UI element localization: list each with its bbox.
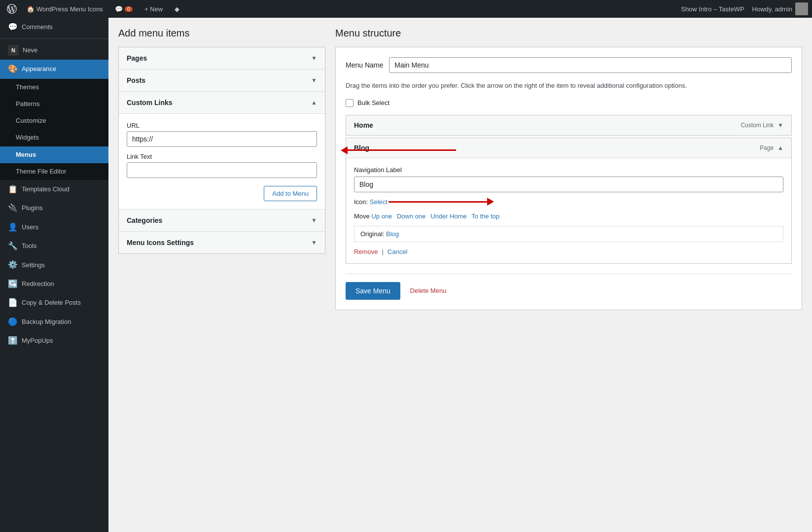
move-row: Move Up one Down one Under Home To the t… <box>354 213 783 220</box>
admin-bar-new[interactable]: + New <box>140 0 168 18</box>
sidebar: 💬 Comments N Neve 🎨 Appearance Themes Pa… <box>0 18 108 532</box>
nav-label-section: Navigation Label <box>354 166 783 192</box>
sidebar-item-users[interactable]: 👤 Users <box>0 218 108 237</box>
copy-delete-icon: 📄 <box>8 297 18 308</box>
move-under-link[interactable]: Under Home <box>430 213 467 220</box>
howdy-menu[interactable]: Howdy, admin <box>752 2 808 15</box>
sidebar-item-appearance[interactable]: 🎨 Appearance <box>0 60 108 78</box>
nav-label-title: Navigation Label <box>354 166 783 174</box>
icon-select-link[interactable]: Select <box>370 198 388 206</box>
sidebar-divider <box>0 38 108 39</box>
menu-box: Menu Name Drag the items into the order … <box>335 47 802 310</box>
wp-logo[interactable] <box>4 1 20 17</box>
users-icon: 👤 <box>8 222 18 233</box>
show-intro[interactable]: Show Intro – TasteWP <box>681 5 744 13</box>
sidebar-item-copy-delete-posts[interactable]: 📄 Copy & Delete Posts <box>0 293 108 312</box>
sidebar-item-menus[interactable]: Menus <box>0 146 108 163</box>
accordion-header-menu-icons-settings[interactable]: Menu Icons Settings ▼ <box>119 232 325 253</box>
plugins-icon: 🔌 <box>8 203 18 213</box>
menu-icons-settings-label: Menu Icons Settings <box>127 239 194 247</box>
menu-name-label: Menu Name <box>346 61 383 69</box>
blog-item-type: Page <box>760 144 774 151</box>
home-item-title: Home <box>354 121 741 129</box>
move-up-link[interactable]: Up one <box>371 213 392 220</box>
sidebar-item-backup-migration[interactable]: 🔵 Backup Migration <box>0 313 108 331</box>
sidebar-item-redirection[interactable]: ↪️ Redirection <box>0 275 108 293</box>
action-separator: | <box>382 248 383 255</box>
posts-chevron-icon: ▼ <box>311 77 317 84</box>
bulk-select-checkbox[interactable] <box>346 99 353 107</box>
sidebar-item-label: Widgets <box>16 133 103 142</box>
sidebar-item-customize[interactable]: Customize <box>0 112 108 129</box>
sidebar-item-neve[interactable]: N Neve <box>0 41 108 60</box>
menu-structure-panel: Menu structure Menu Name Drag the items … <box>335 28 802 310</box>
sidebar-item-settings[interactable]: ⚙️ Settings <box>0 255 108 274</box>
custom-links-chevron-icon: ▲ <box>311 99 317 106</box>
link-text-label: Link Text <box>127 153 317 160</box>
admin-bar-site[interactable]: 🏠 WordPress Menu Icons <box>22 0 108 18</box>
link-text-input[interactable] <box>127 162 317 178</box>
comments-icon: 💬 <box>8 22 18 33</box>
accordion-header-custom-links[interactable]: Custom Links ▲ <box>119 92 325 113</box>
accordion-header-categories[interactable]: Categories ▼ <box>119 210 325 231</box>
sidebar-item-mypopups[interactable]: ⬆️ MyPopUps <box>0 331 108 350</box>
avatar <box>795 2 808 15</box>
sidebar-item-label: Patterns <box>16 100 103 108</box>
categories-chevron-icon: ▼ <box>311 217 317 224</box>
add-to-menu-button[interactable]: Add to Menu <box>264 186 317 201</box>
templates-cloud-icon: 📋 <box>8 184 18 195</box>
remove-link[interactable]: Remove <box>354 248 378 255</box>
menu-name-input[interactable] <box>389 57 792 73</box>
neve-logo-icon: N <box>8 45 19 56</box>
sidebar-item-label: Theme File Editor <box>16 167 103 176</box>
menu-icons-settings-chevron-icon: ▼ <box>311 239 317 246</box>
comment-icon: 💬 <box>115 5 123 13</box>
original-row: Original: Blog <box>354 226 783 242</box>
tools-icon: 🔧 <box>8 241 18 251</box>
menu-item-blog-header[interactable]: Blog Page ▲ <box>346 138 791 158</box>
move-top-link[interactable]: To the top <box>471 213 499 220</box>
appearance-icon: 🎨 <box>8 64 18 74</box>
admin-bar-diamond[interactable]: ◆ <box>170 0 184 18</box>
sidebar-item-patterns[interactable]: Patterns <box>0 96 108 112</box>
sidebar-item-themes[interactable]: Themes <box>0 79 108 96</box>
sidebar-item-label: Copy & Delete Posts <box>22 298 103 307</box>
original-value-link[interactable]: Blog <box>386 230 399 238</box>
move-label: Move <box>354 213 370 220</box>
delete-menu-link[interactable]: Delete Menu <box>410 287 447 294</box>
sidebar-item-templates-cloud[interactable]: 📋 Templates Cloud <box>0 180 108 199</box>
bulk-select-row: Bulk Select <box>346 99 792 107</box>
sidebar-item-label: Menus <box>16 150 103 159</box>
cancel-link[interactable]: Cancel <box>388 248 407 255</box>
save-menu-button[interactable]: Save Menu <box>346 282 400 300</box>
add-menu-title: Add menu items <box>118 28 325 39</box>
mypopups-icon: ⬆️ <box>8 335 18 346</box>
sidebar-item-label: Comments <box>22 23 103 32</box>
url-row: URL <box>127 122 317 147</box>
move-down-link[interactable]: Down one <box>397 213 426 220</box>
sidebar-item-label: Plugins <box>22 204 103 213</box>
custom-links-label: Custom Links <box>127 99 173 106</box>
sidebar-item-widgets[interactable]: Widgets <box>0 129 108 146</box>
nav-label-input[interactable] <box>354 177 783 192</box>
backup-migration-icon: 🔵 <box>8 317 18 327</box>
url-input[interactable] <box>127 131 317 147</box>
howdy-text: Howdy, admin <box>752 5 792 13</box>
admin-bar-comments[interactable]: 💬 0 <box>110 0 138 18</box>
home-item-chevron-icon: ▼ <box>777 122 783 129</box>
accordion-item-pages: Pages ▼ <box>119 47 325 70</box>
sidebar-item-tools[interactable]: 🔧 Tools <box>0 237 108 255</box>
menu-item-blog-container: Blog Page ▲ Navigation Label <box>346 138 792 264</box>
sidebar-item-plugins[interactable]: 🔌 Plugins <box>0 199 108 217</box>
instruction-text: Drag the items into the order you prefer… <box>346 81 792 91</box>
posts-label: Posts <box>127 76 145 84</box>
sidebar-item-theme-file-editor[interactable]: Theme File Editor <box>0 163 108 180</box>
menu-actions: Save Menu Delete Menu <box>346 274 792 300</box>
sidebar-item-comments[interactable]: 💬 Comments <box>0 18 108 36</box>
action-row: Remove | Cancel <box>354 248 783 255</box>
accordion-header-pages[interactable]: Pages ▼ <box>119 47 325 69</box>
blog-expanded-body: Navigation Label Icon: Select <box>346 158 791 263</box>
menu-item-home-header[interactable]: Home Custom Link ▼ <box>346 115 791 135</box>
main-content: Add menu items Pages ▼ Posts ▼ <box>108 18 812 532</box>
accordion-header-posts[interactable]: Posts ▼ <box>119 70 325 91</box>
